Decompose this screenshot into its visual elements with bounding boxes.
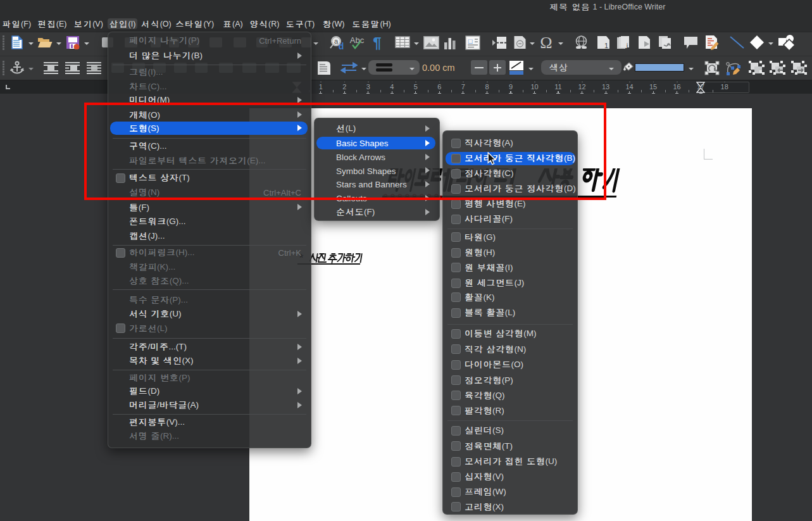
svg-text:□: □ [468,37,473,45]
svg-text:Abc: Abc [350,35,365,45]
svg-text:¶: ¶ [373,35,381,51]
svg-text:d: d [339,41,344,51]
svg-text:Ω: Ω [540,35,552,51]
svg-text:i: i [627,42,628,49]
svg-text:1: 1 [604,42,608,49]
